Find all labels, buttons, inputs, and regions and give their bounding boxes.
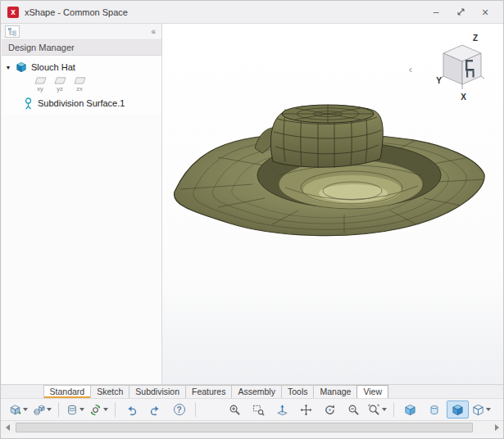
normal-to-button[interactable] — [271, 401, 293, 419]
close-button[interactable]: × — [479, 6, 492, 19]
dropdown-caret — [23, 408, 28, 411]
zoom-box-icon — [252, 404, 265, 416]
cylinder-view-button[interactable] — [423, 401, 445, 419]
tree-root-label: Slouch Hat — [31, 62, 75, 72]
plane-icon — [74, 77, 86, 84]
toolbar-separator — [393, 402, 394, 417]
view-mode-icon — [472, 404, 484, 416]
dropdown-caret — [382, 408, 387, 411]
restore-icon — [456, 7, 465, 16]
panel-collapse-button[interactable]: « — [148, 27, 158, 36]
undo-button[interactable] — [120, 401, 143, 419]
pan-button[interactable] — [295, 401, 317, 419]
toolbar-separator — [195, 402, 196, 417]
rotate-icon — [324, 404, 336, 416]
zoom-in-icon — [229, 404, 241, 416]
bottom-toolbar: ? — [1, 398, 503, 420]
panel-header: Design Manager — [2, 40, 161, 56]
toolbar-separator — [115, 402, 116, 417]
tab-subdivision[interactable]: Subdivision — [129, 385, 186, 398]
design-tree: ▼ Slouch Hat xy yz — [2, 56, 161, 115]
plane-label: zx — [76, 85, 83, 93]
planes-row: xy yz zx — [2, 75, 161, 95]
insert-shapes-button[interactable] — [31, 401, 53, 419]
app-icon: x — [7, 7, 19, 18]
navcube-back-arrow[interactable]: ‹ — [409, 63, 412, 75]
help-button[interactable]: ? — [168, 401, 190, 419]
title-bar: x xShape - Common Space – × — [1, 1, 503, 24]
subdivision-surface-icon — [21, 97, 34, 109]
help-icon: ? — [174, 404, 185, 415]
plane-label: yz — [57, 85, 63, 93]
iso-view-button[interactable] — [399, 401, 421, 419]
tab-sketch[interactable]: Sketch — [90, 385, 129, 398]
redo-button[interactable] — [144, 401, 166, 419]
zoom-out-icon — [347, 404, 360, 416]
minimize-button[interactable]: – — [429, 6, 443, 19]
panel-minibar: « — [2, 24, 161, 40]
insert-box-button[interactable] — [7, 401, 30, 419]
dropdown-caret — [47, 408, 52, 411]
tab-assembly[interactable]: Assembly — [231, 385, 282, 398]
horizontal-scrollbar[interactable] — [1, 420, 503, 434]
viewport-3d[interactable]: Z Y X ‹ — [162, 24, 504, 384]
view-mode-button[interactable] — [470, 401, 493, 419]
tree-surface-row[interactable]: Subdivision Surface.1 — [2, 95, 161, 111]
window-bottom-edge — [1, 434, 503, 439]
expander-icon[interactable]: ▼ — [2, 65, 15, 70]
redo-icon — [149, 404, 161, 416]
plane-icon — [34, 77, 47, 84]
scroll-left-icon — [6, 424, 10, 431]
plane-zx[interactable]: zx — [72, 77, 87, 93]
design-manager-panel: « Design Manager ▼ Slouch Hat xy — [2, 24, 162, 384]
tab-features[interactable]: Features — [185, 385, 232, 398]
tab-view[interactable]: View — [356, 385, 388, 398]
restore-button[interactable] — [454, 6, 467, 19]
scroll-right-button[interactable] — [490, 421, 503, 434]
part-icon — [15, 61, 28, 73]
axis-x-label: X — [461, 93, 466, 102]
toolbar-separator — [58, 402, 59, 417]
zoom-out-button[interactable] — [343, 401, 365, 419]
panel-header-label: Design Manager — [8, 43, 75, 52]
sync-settings-button[interactable] — [88, 401, 110, 419]
dropdown-caret — [486, 408, 491, 411]
window-controls: – × — [429, 6, 497, 19]
axis-z-label: Z — [473, 34, 478, 43]
tab-standard[interactable]: Standard — [43, 385, 92, 398]
tree-surface-label: Subdivision Surface.1 — [38, 98, 125, 108]
window-title: xShape - Common Space — [25, 7, 128, 17]
insert-box-icon — [9, 404, 21, 416]
plane-icon — [54, 77, 66, 84]
tree-view-icon — [8, 28, 17, 36]
shaded-view-button[interactable] — [447, 401, 469, 419]
navigation-cube[interactable] — [438, 42, 486, 93]
shaded-view-icon — [452, 404, 464, 416]
tree-root-row[interactable]: ▼ Slouch Hat — [2, 59, 161, 75]
zoom-in-button[interactable] — [224, 401, 246, 419]
undo-icon — [125, 404, 138, 416]
plane-xy[interactable]: xy — [33, 77, 48, 93]
plane-yz[interactable]: yz — [52, 77, 67, 93]
plane-label: xy — [37, 85, 43, 93]
scroll-left-button[interactable] — [1, 421, 14, 434]
tree-view-button[interactable] — [5, 25, 20, 38]
database-icon — [66, 404, 78, 416]
scroll-thumb[interactable] — [16, 423, 473, 432]
database-button[interactable] — [64, 401, 86, 419]
tab-manage[interactable]: Manage — [313, 385, 357, 398]
tab-tools[interactable]: Tools — [281, 385, 315, 398]
scroll-track[interactable] — [14, 421, 490, 434]
scroll-right-icon — [495, 424, 499, 431]
dropdown-caret — [79, 408, 84, 411]
pan-icon — [300, 404, 312, 416]
rotate-button[interactable] — [319, 401, 341, 419]
action-bar-tabs: Standard Sketch Subdivision Features Ass… — [1, 384, 503, 398]
normal-to-icon — [276, 404, 288, 416]
zoom-box-button[interactable] — [247, 401, 270, 419]
iso-view-icon — [404, 404, 416, 416]
axis-y-label: Y — [436, 76, 442, 85]
zoom-fit-button[interactable] — [366, 401, 388, 419]
zoom-fit-icon — [368, 404, 380, 416]
dropdown-caret — [103, 408, 108, 411]
